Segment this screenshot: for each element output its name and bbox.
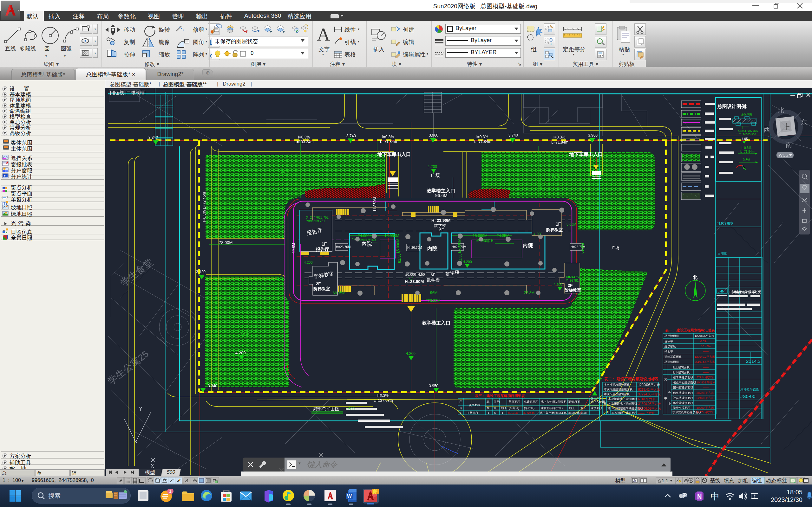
svg-text:2014.3: 2014.3 (746, 358, 761, 364)
svg-text:基线: 基线 (710, 478, 720, 483)
svg-text:4.200: 4.200 (235, 350, 246, 355)
svg-text:总用地面积: 总用地面积 (664, 334, 679, 337)
svg-text:62460 平方米: 62460 平方米 (697, 396, 714, 400)
svg-text:数学楼: 数学楼 (426, 277, 440, 282)
svg-text:1: 1 (460, 411, 461, 414)
svg-text:建筑基底面积: 建筑基底面积 (664, 355, 681, 358)
svg-text:69.8M: 69.8M (292, 243, 296, 253)
svg-text:l=0.3%: l=0.3% (382, 135, 394, 139)
svg-text:绿化屋面竹林: 绿化屋面竹林 (359, 238, 376, 241)
svg-text:3.960: 3.960 (588, 133, 598, 137)
svg-text:地下各使用: 地下各使用 (590, 400, 605, 403)
svg-text:3.950: 3.950 (429, 384, 438, 388)
svg-text:阶梯教室: 阶梯教室 (565, 288, 581, 292)
svg-text:l=0.3%: l=0.3% (377, 393, 389, 398)
svg-text:l=0.3%: l=0.3% (554, 135, 565, 139)
svg-text:地下: 地下 (580, 406, 586, 410)
svg-text:社会楼建筑面积: 社会楼建筑面积 (673, 396, 693, 400)
svg-text:WCS: WCS (779, 153, 789, 158)
svg-text:总图设计图例:: 总图设计图例: (717, 104, 748, 109)
svg-text:104403 平方米: 104403 平方米 (697, 381, 716, 384)
svg-text:学校交流面积: 学校交流面积 (673, 406, 690, 409)
svg-text:37724.03平方米: 37724.03平方米 (638, 393, 661, 396)
svg-text:55.35M: 55.35M (539, 177, 543, 190)
svg-text:绿化: 绿化 (241, 332, 249, 337)
svg-text:X=2447516.437: X=2447516.437 (566, 275, 589, 279)
svg-text:阶梯教室: 阶梯教室 (313, 286, 330, 291)
svg-text:[-][俯视][二维线框]: [-][俯视][二维线框] (110, 90, 146, 95)
svg-text:1:500: 1:500 (345, 407, 355, 411)
svg-text:127540.2平方米: 127540.2平方米 (695, 355, 715, 358)
svg-text:地下车库出入口: 地下车库出入口 (377, 152, 411, 157)
svg-text:X=2447707.355: X=2447707.355 (738, 129, 758, 132)
svg-text:1: 1 (488, 411, 490, 414)
svg-text:编组: 编组 (752, 478, 762, 483)
svg-text:中: 中 (664, 397, 667, 400)
svg-text:JS0-00: JS0-00 (740, 394, 756, 399)
svg-text:31606.03平方米: 31606.03平方米 (638, 407, 661, 410)
svg-text:地上: 地上 (569, 406, 575, 410)
svg-text:绿化: 绿化 (281, 169, 289, 174)
svg-text:——: —— (703, 386, 709, 389)
svg-text:本次报建建筑基底面积: 本次报建建筑基底面积 (604, 388, 632, 391)
svg-text:其: 其 (664, 378, 667, 381)
svg-text:其: 其 (607, 407, 610, 410)
svg-text:Y=98569.761: Y=98569.761 (306, 219, 325, 223)
svg-text:(平方米): (平方米) (509, 406, 519, 410)
svg-text:N: N (697, 493, 702, 500)
svg-text:1F: 1F (556, 222, 561, 227)
svg-text:31606.03: 31606.03 (568, 411, 580, 414)
svg-text:6F: 6F (439, 228, 444, 232)
svg-text:本次报建总用地面积: 本次报建总用地面积 (604, 383, 629, 386)
svg-text:底层架空面积1651.09: 底层架空面积1651.09 (540, 411, 567, 414)
svg-text:项目名称: 项目名称 (469, 403, 480, 406)
svg-text:——: —— (703, 350, 709, 353)
svg-text:本次报建地上建筑面积: 本次报建地上建筑面积 (608, 402, 637, 405)
svg-text:栋: 栋 (487, 400, 490, 403)
svg-text:l=0.3%: l=0.3% (476, 135, 488, 139)
svg-text:3.740: 3.740 (346, 134, 356, 138)
svg-text:3.740: 3.740 (508, 133, 518, 137)
svg-text:6118: 6118 (580, 411, 587, 414)
svg-text:74574 平方米: 74574 平方米 (697, 411, 714, 414)
svg-text:—— 平方米: —— 平方米 (638, 411, 655, 415)
svg-text:3.120: 3.120 (196, 270, 206, 274)
svg-text:地下车库出入口: 地下车库出入口 (569, 152, 603, 157)
svg-text:(平方米): (平方米) (524, 406, 535, 410)
svg-text:局部总平面图: 局部总平面图 (313, 406, 339, 411)
svg-text:Σ: Σ (4, 175, 6, 178)
svg-text:——: —— (703, 401, 709, 405)
svg-text:创业中心建筑面积: 创业中心建筑面积 (673, 381, 696, 384)
svg-text:表三： 建设工程某建项目明细表: 表三： 建设工程某建项目明细表 (475, 394, 525, 398)
svg-text:L=71.84m: L=71.84m (551, 140, 568, 145)
svg-text:中: 中 (711, 492, 719, 501)
svg-text:广场: 广场 (612, 245, 619, 250)
svg-text:阶梯教室: 阶梯教室 (546, 228, 563, 232)
svg-text:3.340: 3.340 (208, 384, 217, 388)
svg-text:北: 北 (778, 107, 784, 114)
svg-text:38728 平方米: 38728 平方米 (697, 391, 714, 395)
svg-text:绿化屋面: 绿化屋面 (741, 113, 752, 116)
svg-text:1220605平方米: 1220605平方米 (638, 383, 660, 387)
svg-text:本次报建总建筑面积: 本次报建总建筑面积 (604, 393, 629, 396)
svg-text:H=23.90M: H=23.90M (432, 218, 450, 223)
svg-text:——: —— (703, 371, 709, 374)
svg-text:30000 平方米: 30000 平方米 (697, 406, 714, 409)
svg-text:L=133.34m: L=133.34m (294, 140, 313, 144)
svg-text:教学楼建筑面积: 教学楼建筑面积 (673, 376, 693, 379)
svg-text:地下: 地下 (501, 406, 507, 410)
svg-text:西: 西 (764, 126, 770, 133)
svg-text:序: 序 (459, 400, 462, 403)
svg-text:37724.03: 37724.03 (523, 411, 536, 414)
svg-text:北: 北 (693, 274, 698, 280)
svg-text:96M: 96M (430, 291, 438, 295)
svg-text:教学楼主入口: 教学楼主入口 (421, 320, 450, 326)
svg-text:8213.41: 8213.41 (508, 411, 519, 414)
svg-text:表一： 建设工程规划指标汇总表: 表一： 建设工程规划指标汇总表 (665, 328, 715, 332)
svg-text:228.00M: 228.00M (426, 298, 441, 303)
svg-text:中: 中 (668, 402, 671, 405)
svg-text:4.200: 4.200 (406, 351, 415, 356)
svg-text:其: 其 (668, 390, 671, 394)
svg-text:出图章: 出图章 (717, 252, 727, 256)
svg-text:局部总平面图: 局部总平面图 (740, 388, 759, 391)
